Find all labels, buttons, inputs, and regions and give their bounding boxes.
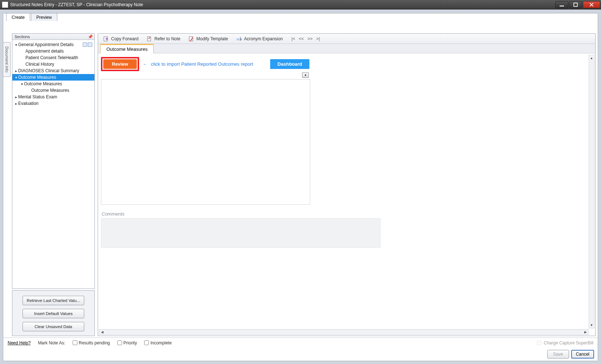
- tree-label: Outcome Measures: [18, 75, 56, 80]
- main-toolbar: Copy Forward Refer to Note Modify Templa…: [98, 34, 595, 44]
- document-info-tab[interactable]: Document Info: [3, 42, 11, 77]
- dashboard-button[interactable]: Dashboard: [270, 59, 309, 69]
- scroll-track[interactable]: [105, 330, 582, 335]
- clear-unsaved-button[interactable]: Clear Unsaved Data: [23, 322, 84, 331]
- nav-next-button[interactable]: >>: [308, 36, 313, 41]
- nav-prev-button[interactable]: <<: [299, 36, 304, 41]
- tab-preview[interactable]: Preview: [31, 13, 57, 21]
- tree-label: Outcome Measures: [24, 81, 62, 86]
- arrow-left-icon: ←: [143, 61, 147, 67]
- window-titlebar: Structured Notes Entry - ZZTEST, SP - Cl…: [0, 0, 601, 9]
- nav-first-button[interactable]: |<: [292, 36, 295, 41]
- chevron-down-icon: ▾: [14, 75, 18, 79]
- comments-label: Comments: [102, 211, 595, 217]
- tree-appointment-details[interactable]: Appointment details: [12, 48, 94, 54]
- tree-label: General Appointment Details: [18, 42, 74, 47]
- toolbar-label: Acronym Expansion: [244, 36, 283, 41]
- sections-tree: ▾ General Appointment Details Appointmen…: [12, 40, 94, 287]
- incomplete-checkbox[interactable]: Incomplete: [144, 340, 172, 345]
- need-help-link[interactable]: Need Help?: [8, 340, 31, 345]
- vertical-scrollbar[interactable]: ▲ ▼: [589, 55, 594, 328]
- chevron-down-icon: ▾: [14, 43, 18, 47]
- horizontal-scrollbar[interactable]: ◀ ▶: [99, 329, 589, 335]
- tree-diagnoses[interactable]: ▸ DIAGNOSES Clinical Summary: [12, 68, 94, 74]
- comments-textarea[interactable]: [101, 218, 381, 248]
- nav-last-button[interactable]: >|: [316, 36, 320, 41]
- tree-label: Clinical History: [25, 62, 54, 67]
- tree-outcome-leaf[interactable]: Outcome Measures: [12, 87, 94, 94]
- tree-label: DIAGNOSES Clinical Summary: [18, 68, 79, 73]
- insert-default-button[interactable]: Insert Default Values: [23, 309, 84, 318]
- scroll-left-button[interactable]: ◀: [99, 330, 105, 335]
- modify-template-button[interactable]: Modify Template: [187, 35, 230, 42]
- checkbox-label: Priority: [123, 340, 137, 345]
- tree-label: Mental Status Exam: [18, 94, 57, 99]
- svg-text:SCM: SCM: [236, 38, 242, 41]
- tree-clinical-history[interactable]: Clinical History: [12, 61, 94, 68]
- tree-mental-status[interactable]: ▸ Mental Status Exam: [12, 94, 94, 100]
- retrieve-last-button[interactable]: Retrieve Last Charted Valu...: [23, 296, 84, 305]
- close-button[interactable]: [583, 1, 600, 8]
- outcome-content-area: [101, 79, 310, 205]
- sections-header: Sections 📌: [12, 34, 94, 40]
- app-icon: [2, 2, 8, 8]
- tree-label: Evaluation: [18, 101, 38, 106]
- minimize-button[interactable]: [555, 1, 568, 8]
- svg-rect-1: [574, 3, 577, 7]
- tree-label: Outcome Measures: [31, 88, 69, 93]
- content-tab-outcome[interactable]: Outcome Measures: [100, 44, 154, 53]
- charge-capture-checkbox: Charge Capture SuperBill: [537, 340, 593, 345]
- copy-forward-icon: [103, 36, 109, 42]
- cancel-button[interactable]: Cancel: [571, 350, 594, 359]
- tab-create[interactable]: Create: [6, 13, 30, 21]
- acronym-expansion-button[interactable]: SCM Acronym Expansion: [235, 35, 284, 42]
- results-pending-checkbox[interactable]: Results pending: [73, 340, 110, 345]
- chevron-right-icon: ▸: [14, 69, 18, 73]
- refer-note-icon: [146, 36, 152, 42]
- maximize-button[interactable]: [569, 1, 582, 8]
- dropdown-toggle[interactable]: ▾: [302, 73, 309, 78]
- priority-checkbox[interactable]: Priority: [117, 340, 137, 345]
- tree-outcome-sub[interactable]: ▾ Outcome Measures: [12, 81, 94, 87]
- save-button[interactable]: Save: [547, 350, 569, 359]
- toolbar-label: Modify Template: [196, 36, 228, 41]
- review-highlight: Review: [101, 57, 139, 71]
- mark-note-label: Mark Note As:: [38, 340, 65, 345]
- modify-template-icon: [188, 36, 194, 42]
- tree-label: Appointment details: [25, 49, 64, 54]
- tree-evaluation[interactable]: ▸ Evaluation: [12, 100, 94, 107]
- tree-outcome-measures[interactable]: ▾ Outcome Measures: [12, 74, 94, 81]
- copy-forward-button[interactable]: Copy Forward: [102, 35, 140, 42]
- scroll-track[interactable]: [589, 61, 594, 322]
- tree-general-appointment[interactable]: ▾ General Appointment Details: [12, 41, 94, 48]
- toolbar-label: Copy Forward: [111, 36, 138, 41]
- tree-patient-consent[interactable]: Patient Consent TeleHealth: [12, 54, 94, 61]
- refer-to-note-button[interactable]: Refer to Note: [145, 35, 182, 42]
- window-title: Structured Notes Entry - ZZTEST, SP - Cl…: [10, 2, 555, 7]
- scroll-down-button[interactable]: ▼: [589, 322, 594, 328]
- import-outcomes-link[interactable]: click to import Patient Reported Outcome…: [151, 61, 253, 67]
- chevron-down-icon: ▾: [20, 82, 24, 86]
- svg-rect-0: [560, 5, 564, 6]
- checkbox-label: Incomplete: [150, 340, 172, 345]
- tree-item-icons[interactable]: [83, 42, 93, 47]
- chevron-right-icon: ▸: [14, 102, 18, 106]
- review-button[interactable]: Review: [103, 59, 137, 69]
- scroll-up-button[interactable]: ▲: [589, 55, 594, 61]
- content-body: Review ← click to import Patient Reporte…: [98, 54, 595, 329]
- toolbar-label: Refer to Note: [154, 36, 180, 41]
- scroll-right-button[interactable]: ▶: [582, 330, 588, 335]
- sections-header-label: Sections: [15, 34, 30, 39]
- checkbox-label: Results pending: [79, 340, 110, 345]
- svg-rect-5: [147, 37, 151, 41]
- tree-label: Patient Consent TeleHealth: [25, 55, 78, 60]
- pin-icon[interactable]: 📌: [88, 34, 93, 39]
- acronym-icon: SCM: [236, 36, 242, 42]
- checkbox-label: Charge Capture SuperBill: [544, 340, 593, 345]
- chevron-right-icon: ▸: [14, 95, 18, 99]
